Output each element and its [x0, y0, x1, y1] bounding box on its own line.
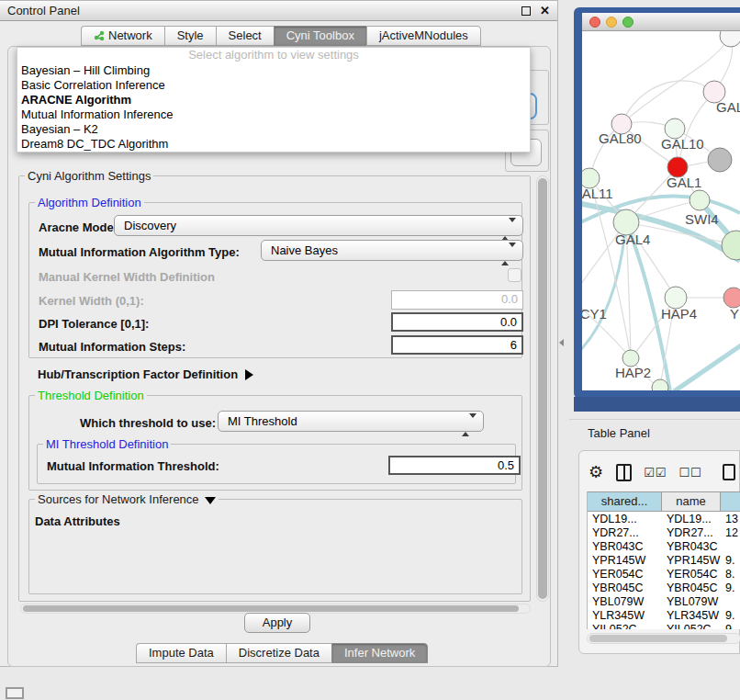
deselect-all-icon[interactable]: ☐☐ — [678, 466, 701, 480]
dropdown-item[interactable]: Dream8 DC_TDC Algorithm — [17, 137, 530, 152]
hub-definition-toggle[interactable]: Hub/Transcription Factor Definition — [38, 367, 253, 381]
network-node-swi4[interactable] — [690, 190, 710, 210]
network-view-frame-base — [574, 397, 740, 412]
network-node-y[interactable] — [723, 288, 740, 308]
column-header-shared-name[interactable]: shared... — [588, 491, 662, 512]
node-label: Y — [730, 306, 739, 322]
network-node[interactable] — [652, 379, 668, 390]
network-node[interactable] — [722, 231, 740, 260]
table-row[interactable]: YIL052CYIL052C9. — [588, 623, 740, 629]
minimize-window-icon[interactable] — [606, 17, 617, 28]
table-row[interactable]: YER054CYER054C8. — [588, 568, 740, 581]
zoom-window-icon[interactable] — [622, 17, 633, 28]
select-all-icon[interactable]: ☑☑ — [644, 466, 667, 480]
network-edge[interactable] — [674, 344, 740, 390]
network-edge[interactable] — [622, 81, 714, 124]
table-row[interactable]: YDR27...YDR27...12 — [588, 526, 740, 540]
table-cell: YDR27... — [588, 526, 662, 540]
network-window: GALGAL80GAL10GAL1GAL11SWI4GAL4GCY1HAP4YH… — [582, 13, 740, 390]
tab-cyni-toolbox[interactable]: Cyni Toolbox — [274, 26, 366, 46]
threshold-definition-group: Threshold Definition Which threshold to … — [28, 395, 522, 491]
new-column-icon[interactable] — [723, 464, 735, 480]
tab-impute-data[interactable]: Impute Data — [136, 643, 226, 663]
close-window-icon[interactable] — [589, 17, 600, 28]
top-tabbar: Network Style Select Cyni Toolbox jActiv… — [81, 26, 481, 46]
network-node[interactable] — [720, 31, 740, 47]
tab-select[interactable]: Select — [216, 26, 274, 46]
mi-threshold-group: MI Threshold Definition Mutual Informati… — [37, 444, 516, 484]
panel-divider-arrow-icon[interactable] — [559, 339, 564, 346]
aracne-mode-value: Discovery — [124, 219, 176, 232]
column-header-name[interactable]: name — [662, 491, 721, 512]
threshold-definition-title: Threshold Definition — [35, 389, 147, 402]
close-panel-icon[interactable]: ✕ — [540, 6, 550, 16]
table-row[interactable]: YLR345WYLR345W9. — [588, 609, 740, 623]
kernel-width-field[interactable]: 0.0 — [391, 290, 523, 310]
table-row[interactable]: YBL079WYBL079W — [588, 595, 740, 609]
dropdown-item[interactable]: ARACNE Algorithm — [17, 93, 530, 107]
cyni-algorithm-settings-group: Cyni Algorithm Settings Algorithm Defini… — [18, 175, 531, 602]
table-row[interactable]: YBR043CYBR043C — [588, 540, 740, 554]
table-cell: 9. — [721, 581, 740, 595]
node-label: GAL4 — [615, 231, 650, 247]
network-edge[interactable] — [622, 36, 731, 124]
sources-group: Sources for Network Inference Data Attri… — [28, 499, 522, 594]
node-label: GAL11 — [582, 186, 613, 201]
sources-title[interactable]: Sources for Network Inference — [35, 492, 219, 506]
table-cell: 12 — [721, 526, 740, 540]
table-cell: YBR045C — [662, 581, 721, 595]
apply-button[interactable]: Apply — [244, 613, 310, 633]
network-node[interactable] — [708, 148, 732, 172]
node-label: GAL10 — [661, 136, 704, 152]
table-cell — [721, 595, 740, 609]
table-cell: YBR045C — [588, 581, 662, 595]
network-window-titlebar — [582, 13, 740, 31]
table-row[interactable]: YDL19...YDL19...13 — [588, 513, 740, 526]
node-label: GCY1 — [582, 306, 607, 322]
node-label: HAP2 — [615, 365, 651, 380]
data-attributes-label: Data Attributes — [35, 514, 120, 528]
table-cell: YIL052C — [588, 623, 662, 629]
settings-scrollbar-vertical[interactable] — [536, 175, 549, 602]
mi-threshold-field[interactable]: 0.5 — [388, 456, 521, 475]
column-view-icon[interactable] — [616, 464, 632, 481]
table-scrollbar-horizontal[interactable] — [587, 633, 740, 644]
dropdown-item[interactable]: Basic Correlation Inference — [17, 78, 530, 93]
aracne-mode-combobox[interactable]: Discovery — [114, 215, 523, 236]
tab-jactivemnodules[interactable]: jActiveMNodules — [366, 26, 481, 46]
panel-title: Control Panel — [7, 4, 80, 17]
dropdown-item[interactable]: Bayesian – K2 — [17, 122, 530, 137]
tab-style[interactable]: Style — [164, 26, 216, 46]
table-cell: 8. — [721, 568, 740, 581]
combo-stepper-icon — [501, 244, 516, 264]
column-header-clipped[interactable]: A — [721, 491, 740, 512]
table-panel-window: ⚙ ☑☑ ☐☐ shared... name A YDL19...YDL19..… — [578, 450, 740, 654]
mi-steps-field[interactable]: 6 — [391, 335, 523, 355]
table-cell: YDL19... — [588, 513, 662, 526]
tab-network[interactable]: Network — [81, 26, 164, 46]
node-table[interactable]: shared... name A YDL19...YDL19...13YDR27… — [587, 491, 740, 629]
algorithm-dropdown-list: Select algorithm to view settings Bayesi… — [17, 47, 531, 152]
table-row[interactable]: YBR045CYBR045C9. — [588, 581, 740, 595]
which-threshold-combobox[interactable]: MI Threshold — [218, 411, 484, 432]
table-cell: YIL052C — [662, 623, 721, 629]
manual-kernel-label: Manual Kernel Width Definition — [39, 270, 215, 284]
gear-icon[interactable]: ⚙ — [589, 464, 603, 480]
combo-stepper-icon — [501, 220, 516, 239]
manual-kernel-checkbox[interactable] — [508, 268, 521, 282]
dropdown-item[interactable]: Mutual Information Inference — [17, 107, 530, 122]
float-panel-icon[interactable] — [521, 6, 531, 16]
tab-discretize-data[interactable]: Discretize Data — [226, 643, 331, 663]
dpi-tolerance-field[interactable]: 0.0 — [391, 312, 523, 332]
network-canvas[interactable]: GALGAL80GAL10GAL1GAL11SWI4GAL4GCY1HAP4YH… — [582, 31, 740, 390]
tab-infer-network[interactable]: Infer Network — [331, 643, 428, 663]
table-toolbar: ⚙ ☑☑ ☐☐ — [589, 458, 735, 486]
table-cell: YBL079W — [588, 595, 662, 609]
mi-type-combobox[interactable]: Naive Bayes — [261, 240, 523, 261]
table-row[interactable]: YPR145WYPR145W9. — [588, 554, 740, 568]
dpi-tolerance-label: DPI Tolerance [0,1]: — [39, 317, 149, 331]
table-cell: YDL19... — [662, 513, 721, 526]
minimized-panel-icon[interactable] — [6, 687, 24, 699]
dropdown-item[interactable]: Bayesian – Hill Climbing — [17, 63, 530, 78]
which-threshold-value: MI Threshold — [228, 414, 297, 428]
